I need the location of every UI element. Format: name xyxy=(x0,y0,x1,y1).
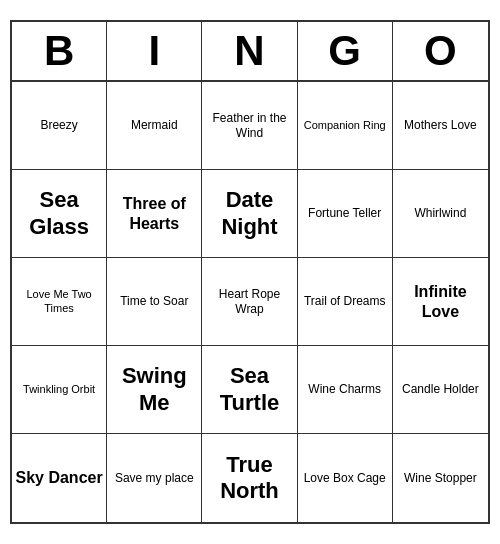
cell-text: Feather in the Wind xyxy=(205,111,293,140)
bingo-cell: Date Night xyxy=(202,170,297,258)
cell-text: Swing Me xyxy=(110,363,198,416)
bingo-cell: Feather in the Wind xyxy=(202,82,297,170)
cell-text: Whirlwind xyxy=(414,206,466,220)
cell-text: Date Night xyxy=(205,187,293,240)
cell-text: Wine Stopper xyxy=(404,471,477,485)
bingo-cell: Three of Hearts xyxy=(107,170,202,258)
cell-text: Time to Soar xyxy=(120,294,188,308)
cell-text: Sea Glass xyxy=(15,187,103,240)
cell-text: Breezy xyxy=(40,118,77,132)
cell-text: Twinkling Orbit xyxy=(23,383,95,396)
bingo-cell: Heart Rope Wrap xyxy=(202,258,297,346)
bingo-cell: Candle Holder xyxy=(393,346,488,434)
bingo-cell: Wine Charms xyxy=(298,346,393,434)
bingo-letter: B xyxy=(12,22,107,80)
bingo-cell: Love Box Cage xyxy=(298,434,393,522)
bingo-cell: Fortune Teller xyxy=(298,170,393,258)
cell-text: Three of Hearts xyxy=(110,194,198,232)
cell-text: Heart Rope Wrap xyxy=(205,287,293,316)
bingo-grid: BreezyMermaidFeather in the WindCompanio… xyxy=(12,82,488,522)
bingo-cell: Mermaid xyxy=(107,82,202,170)
cell-text: Companion Ring xyxy=(304,119,386,132)
cell-text: Sky Dancer xyxy=(16,468,103,487)
cell-text: Trail of Dreams xyxy=(304,294,386,308)
bingo-cell: Sea Glass xyxy=(12,170,107,258)
bingo-cell: Time to Soar xyxy=(107,258,202,346)
cell-text: True North xyxy=(205,452,293,505)
bingo-cell: Mothers Love xyxy=(393,82,488,170)
bingo-letter: N xyxy=(202,22,297,80)
cell-text: Love Me Two Times xyxy=(15,288,103,314)
cell-text: Fortune Teller xyxy=(308,206,381,220)
cell-text: Infinite Love xyxy=(396,282,485,320)
bingo-cell: Companion Ring xyxy=(298,82,393,170)
bingo-cell: Twinkling Orbit xyxy=(12,346,107,434)
bingo-cell: Whirlwind xyxy=(393,170,488,258)
cell-text: Sea Turtle xyxy=(205,363,293,416)
bingo-cell: Love Me Two Times xyxy=(12,258,107,346)
bingo-cell: True North xyxy=(202,434,297,522)
bingo-cell: Wine Stopper xyxy=(393,434,488,522)
cell-text: Wine Charms xyxy=(308,382,381,396)
bingo-letter: G xyxy=(298,22,393,80)
cell-text: Mermaid xyxy=(131,118,178,132)
bingo-cell: Sea Turtle xyxy=(202,346,297,434)
bingo-cell: Save my place xyxy=(107,434,202,522)
bingo-cell: Breezy xyxy=(12,82,107,170)
bingo-cell: Infinite Love xyxy=(393,258,488,346)
bingo-letter: O xyxy=(393,22,488,80)
cell-text: Save my place xyxy=(115,471,194,485)
cell-text: Candle Holder xyxy=(402,382,479,396)
bingo-cell: Sky Dancer xyxy=(12,434,107,522)
cell-text: Mothers Love xyxy=(404,118,477,132)
bingo-cell: Trail of Dreams xyxy=(298,258,393,346)
bingo-letter: I xyxy=(107,22,202,80)
cell-text: Love Box Cage xyxy=(304,471,386,485)
bingo-card: BINGO BreezyMermaidFeather in the WindCo… xyxy=(10,20,490,524)
bingo-cell: Swing Me xyxy=(107,346,202,434)
bingo-header: BINGO xyxy=(12,22,488,82)
